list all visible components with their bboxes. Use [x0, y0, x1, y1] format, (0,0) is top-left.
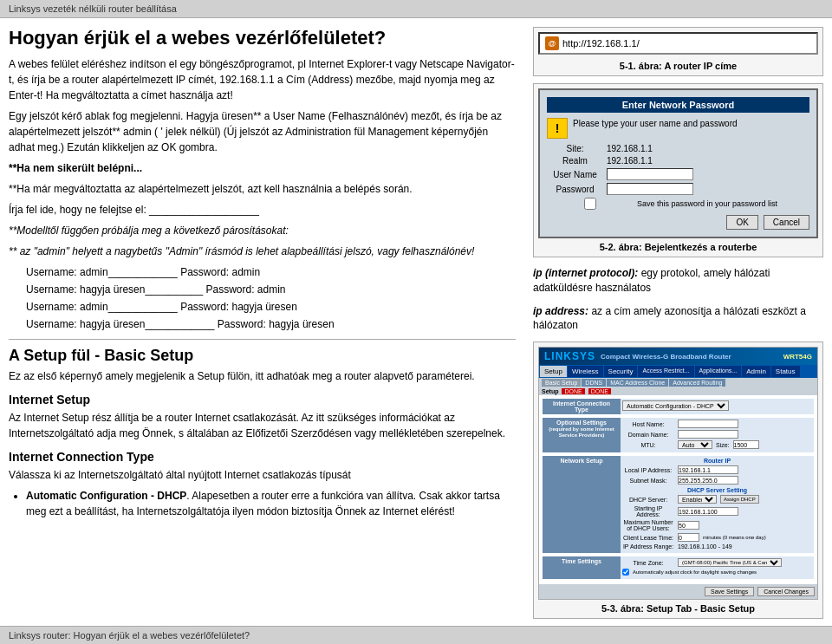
time-zone-select[interactable]: (GMT-08:00) Pacific Time (US & Canada); … [678, 558, 782, 567]
save-password-checkbox[interactable] [547, 198, 634, 210]
username-row[interactable]: User Name [547, 168, 809, 180]
password-row[interactable]: Password [547, 183, 809, 195]
main-title: Hogyan érjük el a webes vezérlőfelületet… [9, 27, 516, 49]
linksys-header: LINKSYS Compact Wireless-G Broadband Rou… [539, 348, 817, 365]
linksys-subtabs: Basic Setup DDNS MAC Address Clone Advan… [539, 378, 817, 387]
page-footer: Linksys router: Hogyan érjük el a webes … [0, 626, 832, 644]
linksys-logo: LINKSYS [544, 350, 595, 362]
connection-type-select[interactable]: Automatic Configuration - DHCP [622, 400, 729, 411]
optional-settings-section: Optional Settings(required by some Inter… [543, 418, 814, 452]
optional-label: Optional Settings(required by some Inter… [543, 418, 621, 452]
fail-heading: **Ha nem sikerült belépni... [9, 160, 516, 176]
linksys-tabs: Setup Wireless Security Access Restrict.… [539, 365, 817, 378]
username-input[interactable] [607, 168, 693, 180]
daylight-row[interactable]: Automatically adjust clock for daylight … [622, 569, 812, 576]
setup-section-title: A Setup fül - Basic Setup [9, 347, 516, 365]
save-settings-button[interactable]: Save Settings [705, 587, 754, 596]
password-input[interactable] [607, 183, 693, 195]
max-users-label: Maximum Number of DHCP Users: [622, 519, 674, 531]
model-heading: **Modelltől függően próbálja meg a követ… [9, 223, 516, 238]
subnet-row: Subnet Mask: [622, 476, 812, 485]
tab-security[interactable]: Security [604, 366, 638, 377]
domain-input[interactable] [678, 430, 738, 439]
subtab-routing[interactable]: Advanced Routing [669, 379, 725, 387]
cred3: Username: admin____________ Password: ha… [26, 299, 516, 315]
daylight-checkbox[interactable] [622, 569, 629, 576]
dialog-buttons: OK Cancel [547, 215, 809, 230]
tab-access[interactable]: Access Restrict... [638, 366, 693, 377]
site-label: Site: [547, 144, 603, 153]
fail-text: **Ha már megváltoztatta az alapértelmeze… [9, 181, 516, 197]
write-down: Írja fel ide, hogy ne felejtse el: _____… [9, 202, 516, 218]
cancel-button[interactable]: Cancel [764, 215, 809, 230]
linksys-content: Internet Connection Type Automatic Confi… [539, 395, 817, 584]
minutes-label: minutes (0 means one day) [703, 535, 766, 540]
linksys-version: WRT54G [783, 353, 812, 361]
footer-text: Hogyan érjük el a webes vezérlőfelületet… [74, 630, 250, 641]
figure-1: @ http://192.168.1.1/ 5-1. ábra: A route… [533, 27, 823, 76]
fig1-label: 5-1. ábra: A router IP címe [538, 61, 818, 71]
subnet-label: Subnet Mask: [622, 478, 674, 484]
hostname-label: Host Name: [622, 421, 674, 427]
realm-label: Realm [547, 156, 603, 166]
site-value: 192.168.1.1 [607, 144, 653, 153]
start-ip-row: Starting IP Address: [622, 505, 812, 517]
fig2-label: 5-2. ábra: Bejelentkezés a routerbe [538, 242, 818, 252]
page-header: Linksys vezeték nélküli router beállítás… [0, 0, 832, 18]
daylight-label: Automatically adjust clock for daylight … [633, 569, 757, 575]
tab-status[interactable]: Status [771, 366, 800, 377]
subtab-mac[interactable]: MAC Address Clone [607, 379, 668, 387]
assign-dhcp-btn[interactable]: Assign DHCP [720, 495, 759, 504]
ok-button[interactable]: OK [726, 215, 757, 230]
checkbox-row[interactable]: Save this password in your password list [547, 198, 809, 210]
dhcp-list: Automatic Configuration - DHCP. Alapeset… [26, 488, 516, 519]
left-column: Hogyan érjük el a webes vezérlőfelületet… [9, 27, 529, 628]
mtu-size-input[interactable] [733, 440, 759, 449]
username-label: User Name [547, 170, 603, 179]
setup-intro: Ez az első képernyő amely megjelenik a S… [9, 368, 516, 384]
address-icon: @ [545, 36, 559, 50]
linksys-action-buttons: Save Settings Cancel Changes [539, 584, 817, 599]
right-column: @ http://192.168.1.1/ 5-1. ábra: A route… [529, 27, 823, 628]
cred2: Username: hagyja üresen__________ Passwo… [26, 282, 516, 297]
address-bar: @ http://192.168.1.1/ [538, 32, 818, 55]
optional-content: Host Name: Domain Name: MTU: Auto [621, 418, 814, 452]
subtab-basic[interactable]: Basic Setup [542, 379, 581, 387]
tab-wireless[interactable]: Wireless [568, 366, 603, 377]
connection-type-content: Automatic Configuration - DHCP [621, 399, 814, 414]
connection-type-text: Válassza ki az Internetszolgáltató által… [9, 467, 516, 483]
dhcp-bullet-label: Automatic Configuration - DHCP [26, 490, 186, 502]
subnet-input[interactable] [678, 476, 738, 485]
max-users-input[interactable] [678, 521, 699, 530]
client-lease-label: Client Lease Time: [622, 535, 674, 541]
warning-icon: ! [547, 118, 568, 139]
fig3-label: 5-3. ábra: Setup Tab - Basic Setup [538, 603, 818, 614]
network-setup-label: Network Setup [543, 456, 621, 553]
tab-setup[interactable]: Setup [540, 366, 567, 377]
mtu-row: MTU: Auto Size: [622, 440, 812, 449]
hostname-row: Host Name: [622, 420, 812, 428]
linksys-product: Compact Wireless-G Broadband Router [601, 353, 731, 361]
ip-range-label: IP Address Range: [622, 543, 674, 550]
tab-admin[interactable]: Admin [742, 366, 770, 377]
network-setup-section: Network Setup Router IP Local IP Address… [543, 456, 814, 553]
start-ip-input[interactable] [678, 507, 738, 516]
dhcp-server-select[interactable]: Enabled Disabled [678, 495, 717, 504]
domain-row: Domain Name: [622, 430, 812, 439]
dhcp-row: Automatic Configuration - DHCP [622, 400, 812, 411]
cancel-changes-button[interactable]: Cancel Changes [757, 587, 815, 596]
dhcp-server-heading: DHCP Server Setting [622, 487, 812, 493]
cred4: Username: hagyja üresen____________ Pass… [26, 316, 516, 332]
mtu-select[interactable]: Auto [678, 440, 712, 449]
dhcp-server-row: DHCP Server: Enabled Disabled Assign DHC… [622, 495, 812, 504]
realm-value: 192.168.1.1 [607, 156, 653, 166]
warning-row: ! Please type your user name and passwor… [547, 118, 809, 139]
internet-setup-heading: Internet Setup [9, 393, 516, 407]
subtab-ddns[interactable]: DDNS [582, 379, 606, 387]
local-ip-input[interactable] [678, 465, 738, 474]
address-text: http://192.168.1.1/ [562, 38, 640, 49]
header-text: Linksys vezeték nélküli router beállítás… [9, 3, 177, 14]
tab-apps[interactable]: Applications... [695, 366, 742, 377]
hostname-input[interactable] [678, 420, 738, 428]
client-lease-input[interactable] [678, 533, 699, 542]
